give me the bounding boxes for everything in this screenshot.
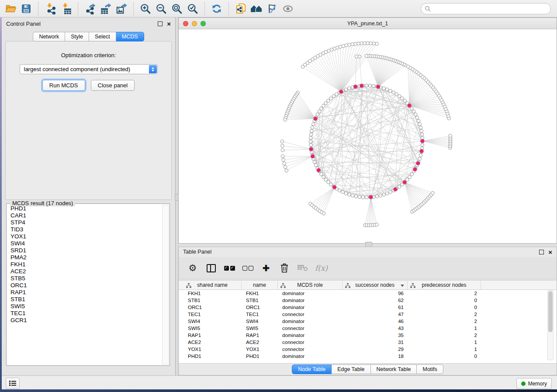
mcds-result-item[interactable]: ACE2 bbox=[7, 268, 163, 275]
column-header-shared-name[interactable]: shared name bbox=[183, 281, 242, 289]
mcds-result-item[interactable]: FKH1 bbox=[7, 261, 163, 268]
tab-node-table[interactable]: Node Table bbox=[292, 364, 332, 374]
flag-slash-icon bbox=[266, 3, 278, 14]
table-row[interactable]: ACE2ACE2connector311 bbox=[183, 339, 557, 346]
task-history-button[interactable] bbox=[6, 378, 20, 389]
export-table-button[interactable] bbox=[98, 1, 114, 16]
run-mcds-button[interactable]: Run MCDS bbox=[42, 80, 85, 91]
column-header-predecessor-nodes[interactable]: predecessor nodes bbox=[408, 281, 481, 289]
gear-icon: ⚙ bbox=[189, 264, 197, 272]
close-panel-icon[interactable]: × bbox=[167, 22, 171, 26]
import-network-button[interactable] bbox=[42, 1, 58, 16]
optimization-criterion-select[interactable]: largest connected component (undirected) bbox=[20, 64, 158, 74]
optimization-criterion-label: Optimization criterion: bbox=[61, 52, 116, 58]
mcds-result-item[interactable]: SWI4 bbox=[7, 240, 163, 247]
column-visibility-button[interactable] bbox=[205, 261, 217, 275]
mcds-result-item[interactable]: RAP1 bbox=[7, 289, 163, 296]
mcds-result-item[interactable]: YOX1 bbox=[7, 233, 163, 240]
export-image-button[interactable] bbox=[114, 1, 129, 16]
attribute-icon bbox=[280, 283, 286, 288]
clone-network-button[interactable] bbox=[233, 1, 249, 16]
desktop: Control Panel × NetworkStyleSelectMCDS O… bbox=[0, 0, 557, 392]
close-panel-icon[interactable]: × bbox=[548, 250, 552, 254]
column-header-MCDS-role[interactable]: MCDS role bbox=[278, 281, 343, 289]
delete-table-button[interactable] bbox=[297, 261, 309, 275]
toolbar-separator bbox=[38, 2, 38, 15]
show-graphics-button[interactable] bbox=[280, 1, 296, 16]
mcds-result-item[interactable]: STB1 bbox=[7, 296, 163, 303]
hide-annotations-button[interactable] bbox=[264, 1, 280, 16]
network-titlebar[interactable]: YPA_prune.txt_1 bbox=[179, 18, 557, 29]
tab-mcds[interactable]: MCDS bbox=[116, 32, 144, 41]
zoom-fit-button[interactable] bbox=[169, 1, 185, 16]
mcds-result-item[interactable]: ORC1 bbox=[7, 282, 163, 289]
table-row[interactable]: ORC1ORC1dominator610 bbox=[183, 304, 557, 311]
mcds-result-item[interactable]: TEC1 bbox=[7, 310, 163, 317]
table-row[interactable]: YOX1YOX1connector291 bbox=[183, 346, 557, 353]
list-icon bbox=[9, 380, 16, 386]
open-session-button[interactable] bbox=[3, 1, 18, 16]
mcds-result-item[interactable]: CAR1 bbox=[7, 212, 163, 219]
memory-button[interactable]: Memory bbox=[516, 378, 552, 389]
attribute-icon bbox=[186, 283, 191, 288]
zoom-fit-icon bbox=[171, 3, 183, 14]
mcds-result-item[interactable]: SRD1 bbox=[7, 247, 163, 254]
zoom-out-button[interactable] bbox=[153, 1, 169, 16]
column-header-successor-nodes[interactable]: successor nodes bbox=[343, 281, 408, 289]
save-session-button[interactable] bbox=[18, 1, 34, 16]
mcds-result-item[interactable]: PMA2 bbox=[7, 254, 163, 261]
table-row[interactable]: FKH1FKH1dominator962 bbox=[183, 290, 557, 297]
zoom-selected-button[interactable] bbox=[185, 1, 201, 16]
column-header-name[interactable]: name bbox=[242, 281, 278, 289]
table-row[interactable]: TEC1TEC1connector472 bbox=[183, 311, 557, 318]
mcds-result-item[interactable]: GCR1 bbox=[7, 317, 163, 324]
table-panel-title: Table Panel bbox=[183, 249, 535, 255]
table-row[interactable]: SWI5SWI5connector431 bbox=[183, 325, 557, 332]
horizontal-splitter[interactable] bbox=[178, 244, 557, 247]
mcds-result-item[interactable]: STP4 bbox=[7, 219, 163, 226]
table-row[interactable]: PHD1PHD1dominator180 bbox=[183, 353, 557, 360]
tab-style[interactable]: Style bbox=[65, 32, 89, 41]
close-panel-button[interactable]: Close panel bbox=[91, 80, 135, 91]
add-button[interactable]: ✚ bbox=[260, 261, 272, 275]
table-row[interactable]: SWI4SWI4dominator462 bbox=[183, 318, 557, 325]
table-row[interactable]: STB1STB1dominator620 bbox=[183, 297, 557, 304]
table-scrollbar[interactable] bbox=[547, 290, 554, 360]
export-network-button[interactable] bbox=[82, 1, 98, 16]
float-panel-icon[interactable] bbox=[539, 250, 544, 254]
import-table-button[interactable] bbox=[58, 1, 74, 16]
zoom-in-button[interactable] bbox=[138, 1, 153, 16]
function-builder-button[interactable]: f(x) bbox=[315, 261, 328, 275]
mcds-result-item[interactable]: TID3 bbox=[7, 226, 163, 233]
folder-open-icon bbox=[5, 3, 17, 14]
refresh-button[interactable] bbox=[209, 1, 225, 16]
first-neighbors-button[interactable] bbox=[249, 1, 264, 16]
tab-motifs[interactable]: Motifs bbox=[417, 364, 443, 374]
float-panel-icon[interactable] bbox=[158, 21, 163, 26]
network-canvas[interactable] bbox=[179, 29, 557, 244]
tab-network-table[interactable]: Network Table bbox=[371, 364, 417, 374]
network-clone-icon bbox=[235, 3, 247, 14]
mcds-result-item[interactable]: SWI5 bbox=[7, 303, 163, 310]
attribute-icon bbox=[345, 283, 350, 288]
mcds-result-box: MCDS result (17 nodes) PHD1CAR1STP4TID3Y… bbox=[6, 203, 170, 366]
scrollbar-thumb[interactable] bbox=[548, 291, 553, 332]
tab-network[interactable]: Network bbox=[33, 32, 65, 41]
search-icon bbox=[425, 6, 431, 12]
deselect-all-button[interactable] bbox=[242, 261, 254, 275]
select-all-button[interactable] bbox=[223, 261, 235, 275]
tab-select[interactable]: Select bbox=[89, 32, 116, 41]
table-import-icon bbox=[60, 3, 72, 14]
table-settings-button[interactable]: ⚙ bbox=[187, 261, 199, 275]
mcds-result-item[interactable]: PHD1 bbox=[7, 205, 163, 212]
mcds-result-item[interactable]: STB5 bbox=[7, 275, 163, 282]
tab-edge-table[interactable]: Edge Table bbox=[332, 364, 370, 374]
search-input[interactable] bbox=[433, 5, 547, 12]
image-export-icon bbox=[116, 3, 128, 14]
node-table: shared namenameMCDS rolesuccessor nodesp… bbox=[179, 280, 557, 363]
sort-desc-icon bbox=[401, 285, 404, 287]
table-row[interactable]: RAP1RAP1dominator352 bbox=[183, 332, 557, 339]
mcds-list-scrollbar[interactable] bbox=[162, 205, 169, 364]
delete-button[interactable] bbox=[278, 261, 291, 275]
control-panel-title: Control Panel bbox=[6, 21, 153, 27]
